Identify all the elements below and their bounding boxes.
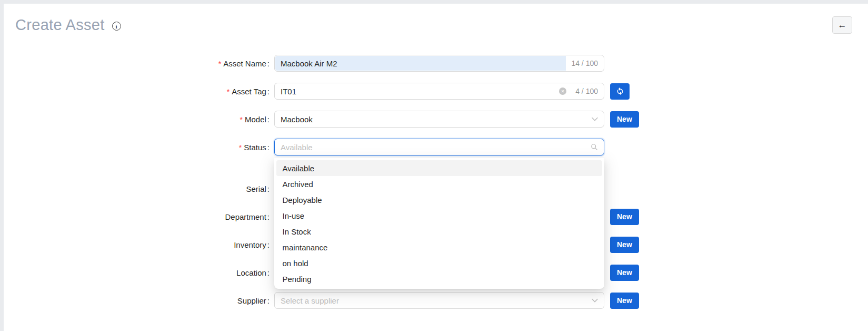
clear-icon[interactable]: ✕: [559, 87, 566, 95]
model-label-text: Model: [245, 115, 266, 124]
back-button[interactable]: ←: [832, 16, 852, 34]
supplier-label-text: Supplier: [237, 296, 266, 305]
status-option[interactable]: In-use: [276, 208, 602, 223]
asset-name-label: *Asset Name:: [4, 59, 274, 68]
asset-name-counter: 14 / 100: [571, 59, 598, 67]
back-arrow-icon: ←: [838, 20, 847, 31]
required-mark: *: [240, 115, 243, 124]
asset-tag-label: *Asset Tag:: [4, 87, 274, 96]
label-colon: :: [267, 212, 270, 221]
status-option[interactable]: maintanance: [276, 239, 602, 255]
form-row-supplier: Supplier: Select a supplier New: [4, 292, 868, 309]
label-colon: :: [267, 115, 270, 124]
label-colon: :: [267, 240, 270, 249]
create-asset-form: *Asset Name: Macbook Air M2 14 / 100 *As…: [4, 55, 868, 309]
new-department-button[interactable]: New: [610, 209, 639, 225]
supplier-label: Supplier:: [4, 296, 274, 305]
supplier-select[interactable]: Select a supplier: [274, 292, 604, 309]
chevron-down-icon: [592, 298, 598, 303]
generate-tag-button[interactable]: [610, 83, 630, 100]
new-location-button[interactable]: New: [610, 265, 639, 281]
model-label: *Model:: [4, 115, 274, 124]
new-inventory-button[interactable]: New: [610, 237, 639, 253]
label-colon: :: [267, 184, 270, 193]
status-option[interactable]: on hold: [276, 255, 602, 271]
asset-tag-value: IT01: [281, 87, 559, 96]
refresh-icon: [616, 87, 624, 95]
status-option[interactable]: Deployable: [276, 192, 602, 208]
department-label: Department:: [4, 212, 274, 221]
new-model-button[interactable]: New: [610, 111, 639, 128]
serial-label-text: Serial: [246, 184, 266, 193]
status-placeholder: Available: [281, 143, 591, 152]
location-label-text: Location: [236, 268, 266, 277]
asset-tag-label-text: Asset Tag: [232, 87, 266, 96]
label-colon: :: [267, 143, 270, 152]
serial-label: Serial:: [4, 184, 274, 193]
status-label-text: Status: [244, 143, 266, 152]
model-select[interactable]: Macbook: [274, 111, 604, 128]
supplier-placeholder: Select a supplier: [281, 296, 592, 305]
required-mark: *: [227, 87, 230, 96]
asset-tag-input[interactable]: IT01 ✕ 4 / 100: [274, 83, 604, 100]
inventory-label-text: Inventory: [234, 240, 266, 249]
asset-name-value: Macbook Air M2: [275, 56, 566, 71]
chevron-down-icon: [592, 117, 598, 121]
status-option[interactable]: Archived: [276, 176, 602, 192]
label-colon: :: [267, 87, 270, 96]
label-colon: :: [267, 296, 270, 305]
label-colon: :: [267, 268, 270, 277]
required-mark: *: [218, 60, 221, 68]
page-title: Create Asset: [15, 16, 105, 34]
create-asset-page: Create Asset i ← *Asset Name: Macbook Ai…: [4, 4, 868, 331]
model-value: Macbook: [281, 115, 592, 124]
status-label: *Status:: [4, 143, 274, 152]
asset-name-input[interactable]: Macbook Air M2 14 / 100: [274, 55, 604, 72]
asset-tag-counter: 4 / 100: [575, 87, 598, 95]
status-dropdown: Available Archived Deployable In-use In …: [274, 158, 604, 289]
location-label: Location:: [4, 268, 274, 277]
form-row-asset-tag: *Asset Tag: IT01 ✕ 4 / 100: [4, 83, 868, 100]
info-icon[interactable]: i: [112, 22, 121, 31]
inventory-label: Inventory:: [4, 240, 274, 249]
form-row-model: *Model: Macbook New: [4, 111, 868, 128]
required-mark: *: [239, 143, 242, 152]
asset-name-label-text: Asset Name: [223, 59, 266, 68]
status-option[interactable]: Available: [276, 160, 602, 176]
new-supplier-button[interactable]: New: [610, 293, 639, 309]
status-option[interactable]: Pending: [276, 271, 602, 287]
department-label-text: Department: [225, 212, 266, 221]
status-select[interactable]: Available Available Archived Deployable …: [274, 139, 604, 155]
status-option[interactable]: In Stock: [276, 223, 602, 239]
label-colon: :: [267, 59, 270, 68]
form-row-asset-name: *Asset Name: Macbook Air M2 14 / 100: [4, 55, 868, 72]
search-icon: [591, 143, 598, 151]
form-row-status: *Status: Available Available Archived De…: [4, 139, 868, 155]
page-header: Create Asset i ←: [4, 4, 868, 34]
